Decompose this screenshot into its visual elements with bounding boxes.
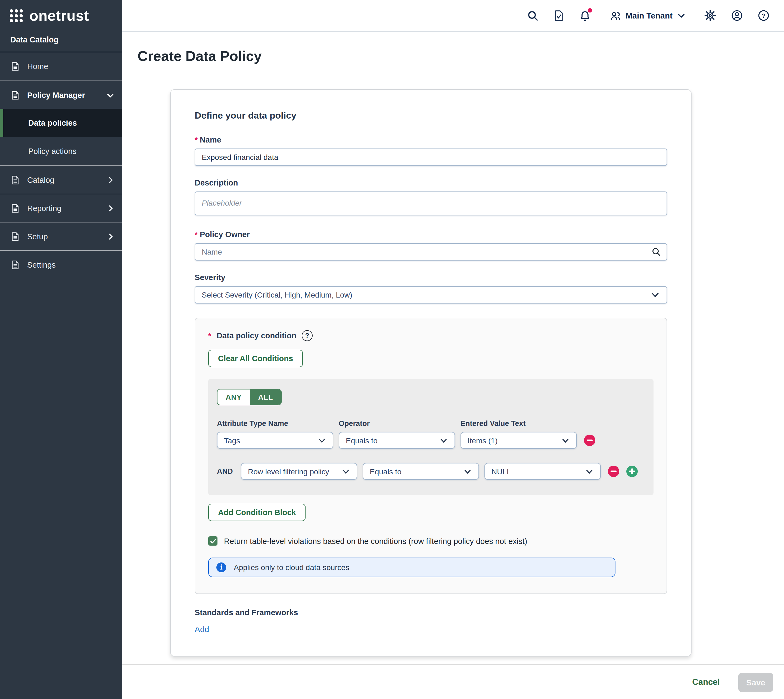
chevron-down-icon <box>106 91 115 99</box>
app-name: Data Catalog <box>0 28 122 52</box>
logo: onetrust <box>0 0 122 28</box>
top-header: Main Tenant <box>122 0 784 31</box>
sidebar-item-reporting[interactable]: Reporting <box>0 194 122 222</box>
notifications-bell-icon[interactable] <box>579 10 591 22</box>
attribute-select[interactable]: Row level filtering policy <box>241 463 357 480</box>
add-condition-block-button[interactable]: Add Condition Block <box>208 504 306 521</box>
table-violations-option: Return table-level violations based on t… <box>208 537 653 546</box>
card-heading: Define your data policy <box>195 111 667 121</box>
chevron-down-icon <box>677 11 686 20</box>
sidebar-item-data-policies[interactable]: Data policies <box>0 109 122 137</box>
remove-condition-icon[interactable] <box>584 435 595 446</box>
any-all-toggle: ANY ALL <box>217 389 282 405</box>
chevron-down-icon <box>439 436 448 445</box>
name-field-group: * Name <box>195 136 667 166</box>
tasks-file-check-icon[interactable] <box>552 10 565 22</box>
severity-select[interactable]: Select Severity (Critical, High, Medium,… <box>195 286 667 303</box>
people-icon <box>609 10 621 22</box>
condition-label: Data policy condition <box>217 331 296 340</box>
table-violations-label: Return table-level violations based on t… <box>224 537 528 545</box>
condition-section: * Data policy condition ? Clear All Cond… <box>195 318 667 594</box>
logo-text: onetrust <box>29 8 89 25</box>
sidebar-item-label: Policy actions <box>28 147 76 156</box>
page-title: Create Data Policy <box>137 48 784 65</box>
document-icon <box>10 90 20 100</box>
sidebar-item-settings[interactable]: Settings <box>0 250 122 278</box>
info-banner-text: Applies only to cloud data sources <box>234 563 349 572</box>
sidebar-item-policy-actions[interactable]: Policy actions <box>0 137 122 166</box>
condition-row: AND Row level filtering policy Equals to… <box>217 463 643 480</box>
sidebar-item-label: Setup <box>27 232 99 241</box>
condition-block: ANY ALL Attribute Type Name Operator Ent… <box>208 379 653 495</box>
remove-condition-icon[interactable] <box>608 465 619 477</box>
value-select[interactable]: Items (1) <box>460 432 577 449</box>
search-icon[interactable] <box>526 10 539 22</box>
value-select[interactable]: NULL <box>485 463 601 480</box>
condition-row: Tags Equals to Items (1) <box>217 432 643 449</box>
policy-owner-label: * Policy Owner <box>195 230 667 239</box>
sidebar-item-label: Policy Manager <box>27 91 99 99</box>
required-asterisk: * <box>195 230 198 239</box>
attribute-select[interactable]: Tags <box>217 432 333 449</box>
join-operator-label: AND <box>217 467 235 475</box>
tenant-label: Main Tenant <box>625 11 673 20</box>
chevron-right-icon <box>106 204 115 212</box>
document-icon <box>10 175 20 185</box>
operator-select[interactable]: Equals to <box>363 463 479 480</box>
sidebar-item-label: Reporting <box>27 204 99 212</box>
sidebar-item-home[interactable]: Home <box>0 52 122 81</box>
add-standards-link[interactable]: Add <box>195 624 209 634</box>
sidebar-item-catalog[interactable]: Catalog <box>0 166 122 194</box>
sidebar-item-setup[interactable]: Setup <box>0 222 122 250</box>
sidebar-item-label: Catalog <box>27 176 99 184</box>
chevron-down-icon <box>463 467 472 476</box>
required-asterisk: * <box>208 331 211 340</box>
info-icon: i <box>217 562 226 572</box>
chevron-down-icon <box>318 436 326 445</box>
svg-text:?: ? <box>762 12 765 19</box>
sidebar-item-policy-manager[interactable]: Policy Manager <box>0 81 122 109</box>
name-input[interactable] <box>195 149 667 166</box>
search-icon[interactable] <box>651 247 661 257</box>
account-user-icon[interactable] <box>731 9 743 22</box>
severity-field-group: Severity Select Severity (Critical, High… <box>195 273 667 303</box>
notification-dot <box>587 8 592 12</box>
sidebar: onetrust Data Catalog Home Policy Manage… <box>0 0 122 699</box>
column-operator: Operator <box>339 419 455 427</box>
description-field-group: Description <box>195 179 667 218</box>
cancel-button[interactable]: Cancel <box>692 677 720 687</box>
create-data-policy-screen: onetrust Data Catalog Home Policy Manage… <box>0 0 784 699</box>
sidebar-nav: Home Policy Manager Data policies Policy… <box>0 52 122 278</box>
clear-all-conditions-button[interactable]: Clear All Conditions <box>208 350 303 367</box>
sidebar-item-label: Home <box>27 62 115 71</box>
footer-action-bar: Cancel Save <box>122 664 784 699</box>
policy-owner-input[interactable] <box>195 243 667 260</box>
add-condition-icon[interactable] <box>626 465 638 477</box>
condition-column-headers: Attribute Type Name Operator Entered Val… <box>217 419 643 427</box>
chevron-down-icon <box>561 436 570 445</box>
info-banner: i Applies only to cloud data sources <box>208 558 616 577</box>
onetrust-dots-icon <box>10 9 24 23</box>
policy-owner-field-group: * Policy Owner <box>195 230 667 260</box>
description-label: Description <box>195 179 667 187</box>
toggle-all[interactable]: ALL <box>250 389 281 405</box>
help-icon[interactable]: ? <box>758 9 770 22</box>
gear-icon[interactable] <box>704 9 716 22</box>
chevron-right-icon <box>106 232 115 241</box>
help-icon[interactable]: ? <box>302 330 313 341</box>
name-label: * Name <box>195 136 667 144</box>
standards-frameworks-label: Standards and Frameworks <box>195 608 667 617</box>
tenant-switcher[interactable]: Main Tenant <box>609 10 686 22</box>
document-icon <box>10 260 20 270</box>
description-input[interactable] <box>195 192 667 215</box>
document-icon <box>10 203 20 213</box>
toggle-any[interactable]: ANY <box>217 389 250 405</box>
table-violations-checkbox[interactable] <box>208 537 217 546</box>
chevron-down-icon <box>341 467 350 476</box>
column-attribute-type: Attribute Type Name <box>217 419 333 427</box>
document-icon <box>10 232 20 241</box>
chevron-down-icon <box>585 467 594 476</box>
save-button[interactable]: Save <box>738 672 773 692</box>
operator-select[interactable]: Equals to <box>339 432 455 449</box>
column-entered-value: Entered Value Text <box>460 419 577 427</box>
